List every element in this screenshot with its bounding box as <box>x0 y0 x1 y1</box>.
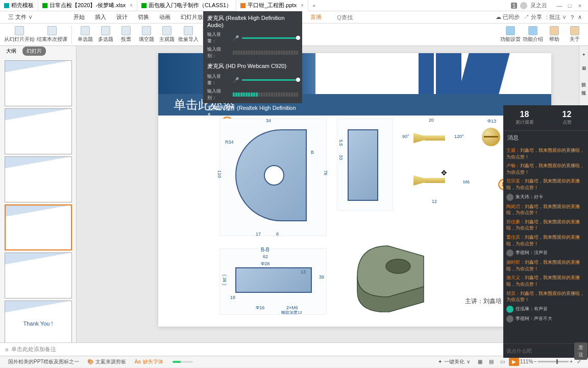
rb-help[interactable]: 帮助 <box>545 26 564 43</box>
tab-xlsx[interactable]: 日常点检【2020】-侯梦晞.xlsx× <box>38 0 137 11</box>
view-reading-icon[interactable]: ▭ <box>498 358 508 366</box>
statusbar: 国外精美的PPT模板及图标之一 🎨 文案来源剪板 Aa 缺失字体 ✦ 一键美化 … <box>0 356 588 367</box>
about-icon <box>570 26 579 35</box>
volume-slider[interactable] <box>242 37 298 39</box>
maximize-button[interactable]: □ <box>566 2 574 9</box>
view-sorter-icon[interactable]: ▤ <box>486 358 497 366</box>
audio-settings-panel[interactable]: 麦克风 (Realtek High Definition Audio) 输入音量… <box>203 11 302 103</box>
chat-send-button[interactable]: 发送 <box>574 342 587 360</box>
search-input[interactable] <box>341 14 372 20</box>
rb-single-choice[interactable]: 单选题 <box>76 26 94 43</box>
zoom-slider[interactable] <box>538 361 569 362</box>
play-icon <box>15 26 24 35</box>
drawing-top-view: 34 R34 110 76 B 17 8 <box>219 119 327 236</box>
chat-message: 施天义：刘鑫培，我来围观你的直播啦，为你点赞！ <box>506 274 585 287</box>
rs-item[interactable]: 属性 <box>580 85 587 89</box>
presenter: 主讲：刘鑫培 <box>465 297 502 306</box>
tab-active-pptx[interactable]: 平口钳_工程图.pptx× <box>236 0 308 11</box>
menu-transition[interactable]: 切换 <box>133 13 154 21</box>
slide-thumb[interactable] <box>5 252 72 298</box>
level-meter <box>233 93 298 97</box>
menu-insert[interactable]: 插入 <box>90 13 111 21</box>
rb-fill-blank[interactable]: 填空题 <box>137 26 156 43</box>
zoom-out-button[interactable]: − <box>534 359 537 364</box>
dim-label: 39 <box>319 274 324 280</box>
menu-animation[interactable]: 动画 <box>154 13 176 21</box>
username[interactable]: 灵之云 <box>530 2 547 9</box>
help-icon <box>550 26 559 35</box>
rb-about[interactable]: 关于 <box>566 26 584 43</box>
audio-device-2[interactable]: 麦克风 (HD Pro Webcam C920) <box>207 62 298 70</box>
chat-message: 董佳庆：刘鑫培，我来围观你的直播啦，为你点赞！ <box>506 234 585 247</box>
notes-bar[interactable]: ≡ 单击此处添加备注 <box>0 342 588 356</box>
audio-device-1[interactable]: 麦克风 (Realtek High Definition Audio) <box>207 14 298 28</box>
slide-thumb[interactable] <box>5 108 72 154</box>
add-tab-button[interactable]: + <box>308 3 320 9</box>
audio-device-3[interactable]: 立体声混音 (Realtek High Definition A... <box>207 104 298 118</box>
close-icon[interactable]: × <box>130 3 133 8</box>
rb-multi-choice[interactable]: 多选题 <box>96 26 115 43</box>
dim-label: 34 <box>266 118 271 123</box>
svg-point-0 <box>386 259 410 273</box>
chat-username: 任泓琳： <box>516 306 534 311</box>
sb-clipboard[interactable]: 🎨 文案来源剪板 <box>83 358 130 365</box>
rb-batch-import[interactable]: 批量导入 <box>178 26 199 43</box>
rs-item[interactable]: 切换 <box>580 77 587 81</box>
chat-message-list[interactable]: 王盛：刘鑫培，我来围观你的直播啦，为你点赞！卢畅：刘鑫培，我来围观你的直播啦，为… <box>503 145 588 343</box>
sb-beautify[interactable]: ✦ 一键美化 ∨ <box>434 358 474 365</box>
screw-head-circle <box>482 128 500 146</box>
rb-start-from-slide[interactable]: 从幻灯片开始 <box>4 26 35 43</box>
view-slideshow-icon[interactable]: ▶ <box>509 358 519 366</box>
rb-settings[interactable]: 功能设置 <box>500 26 521 43</box>
tab-class1[interactable]: 面包板入门电子制作（CLASS1） <box>137 0 236 11</box>
chat-message: 郑佳豪：刘鑫培，我来围观你的直播啦，为你点赞！ <box>506 219 585 232</box>
minimize-button[interactable]: — <box>555 2 564 9</box>
share-button[interactable]: ↗ 分享 <box>524 13 542 21</box>
rs-item[interactable]: ✦ <box>581 50 586 59</box>
dim-label: 110 <box>217 170 222 178</box>
avatar[interactable] <box>520 2 527 9</box>
sb-missing-font[interactable]: Aa 缺失字体 <box>130 358 167 365</box>
chat-text: 好卡 <box>534 194 543 199</box>
rs-item[interactable]: ▦ <box>581 63 586 73</box>
menu-design[interactable]: 设计 <box>111 13 133 21</box>
chat-input[interactable] <box>506 348 571 354</box>
menu-home[interactable]: 开始 <box>68 13 90 21</box>
review-button[interactable]: : 批注 ∨ <box>546 13 567 21</box>
drawing-screw-1: 20 90° 120° Φ13 <box>403 119 505 159</box>
chat-text: 有声音 <box>534 306 548 311</box>
progress-slider[interactable] <box>173 361 193 363</box>
rb-end-lecture[interactable]: 结束本次授课 <box>37 26 67 43</box>
mic-icon: 🎤 <box>233 77 239 83</box>
slide-thumb-selected[interactable] <box>5 204 72 250</box>
rb-features[interactable]: 功能介绍 <box>523 26 543 43</box>
close-icon[interactable]: × <box>301 3 304 8</box>
rb-subjective[interactable]: 主观题 <box>158 26 176 43</box>
tab-slides[interactable]: 幻灯片 <box>22 47 46 56</box>
slide-thumb[interactable] <box>5 60 72 106</box>
tab-templates[interactable]: 稻壳模板 <box>0 0 38 11</box>
dim-label: 13 <box>301 269 306 274</box>
volume-slider[interactable] <box>242 79 298 81</box>
menu-file[interactable]: 三 文件 ∨ <box>3 13 38 21</box>
live-chat-panel: 18累计观看 12点赞 消息 王盛：刘鑫培，我来围观你的直播啦，为你点赞！卢畅：… <box>503 105 588 358</box>
slide-thumb[interactable] <box>5 156 72 202</box>
tab-outline[interactable]: 大纲 <box>2 47 20 56</box>
close-button[interactable]: × <box>576 2 584 9</box>
view-normal-icon[interactable]: ▦ <box>475 358 485 366</box>
slide-thumb[interactable]: Thank You ! <box>5 301 72 342</box>
sync-status[interactable]: ☁ 已同步 <box>496 13 520 21</box>
zoom-in-button[interactable]: + <box>570 359 573 364</box>
slide-list[interactable]: Thank You ! + <box>0 56 76 342</box>
dim-label: 62 <box>263 254 268 259</box>
checkbox-icon <box>101 26 110 35</box>
dim-label: R34 <box>225 140 234 145</box>
notes-icon: ≡ <box>5 347 8 353</box>
panel-tabs: 大纲 幻灯片 <box>0 46 76 56</box>
chat-username: 施天义： <box>506 275 525 280</box>
collapse-icon[interactable]: ∧ <box>578 14 582 20</box>
rb-vote[interactable]: 投票 <box>117 26 135 43</box>
dim-label: 12 <box>432 199 437 204</box>
help-icon[interactable]: ? <box>571 14 574 20</box>
menu-live[interactable]: 直播 <box>305 13 327 21</box>
